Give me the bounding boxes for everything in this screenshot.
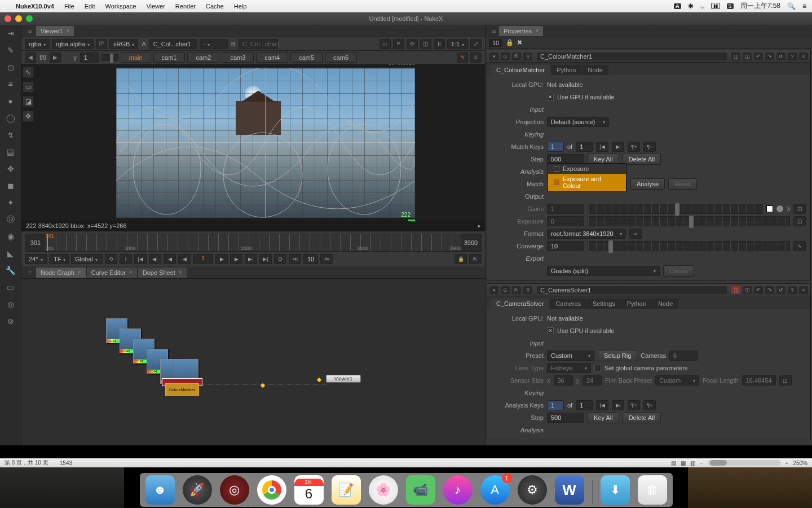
menu-extra-icon[interactable]: ✱	[688, 2, 694, 10]
preset-select[interactable]: Custom	[547, 351, 594, 361]
window-minimize-button[interactable]	[15, 15, 22, 22]
analysiskeys-current-input[interactable]: 1	[547, 400, 564, 410]
tf-select[interactable]: TF	[50, 254, 69, 264]
undo-icon[interactable]: ↶	[754, 286, 763, 294]
tool-cube-icon[interactable]: ◼	[6, 181, 16, 191]
ip-button[interactable]: IP	[96, 39, 107, 49]
layout-icon[interactable]: ▭	[379, 39, 391, 49]
pane-menu-icon[interactable]: ≡	[25, 269, 35, 276]
dock-chrome-icon[interactable]	[257, 475, 286, 505]
settings-icon[interactable]: ⛭	[470, 52, 482, 63]
next-key-button[interactable]: ▶|	[245, 254, 257, 264]
fps-select[interactable]: 24*	[25, 254, 47, 264]
step-input[interactable]: 500	[547, 413, 584, 423]
usegpu-checkbox[interactable]: ✕	[547, 327, 554, 334]
tab-python[interactable]: Python	[621, 299, 652, 309]
dock-facetime-icon[interactable]: 📹	[406, 475, 435, 505]
channels-select[interactable]: rgba	[25, 39, 50, 49]
cam1-tab[interactable]: cam1	[153, 52, 186, 63]
play-back-button[interactable]: ◀	[178, 254, 191, 264]
sensor-y-input[interactable]: 24	[582, 375, 602, 386]
tab-cameras[interactable]: Cameras	[550, 299, 586, 309]
adobe-icon[interactable]: A	[674, 3, 681, 9]
tool-list-icon[interactable]: ≡	[6, 79, 16, 89]
add-key-icon[interactable]: ¶+	[628, 142, 640, 152]
input-a-node-select[interactable]: C_Col...cher1	[149, 39, 197, 49]
clear-icon[interactable]: ✖	[517, 39, 522, 46]
revert-icon[interactable]: ↺	[776, 286, 785, 294]
nodegraph[interactable]: CC41 CC42 CC43 CC44 CC45 Read6030001.jp …	[21, 279, 485, 445]
tool-drive-icon[interactable]: ▭	[6, 282, 16, 292]
analyse-button[interactable]: Analyse	[630, 178, 665, 190]
tool-d-icon[interactable]: Ⓓ	[6, 214, 16, 225]
properties-tab[interactable]: Properties×	[499, 26, 543, 36]
lock-icon[interactable]: 🔒	[454, 254, 467, 264]
cam5-tab[interactable]: cam5	[290, 52, 323, 63]
tool-ring-icon[interactable]: ◯	[6, 113, 16, 123]
record-icon[interactable]: ✎	[457, 52, 468, 63]
tool-fire-icon[interactable]: ◎	[6, 299, 16, 309]
timeline-end-input[interactable]: 3900	[461, 234, 481, 251]
collapse-icon[interactable]: ▾	[489, 286, 498, 294]
center-icon[interactable]: ⊙	[501, 52, 510, 60]
dropdown-option-exposure[interactable]: Exposure	[548, 164, 626, 174]
gains-split-icon[interactable]: ◫	[793, 204, 806, 214]
prev-fstop-button[interactable]: ◀	[25, 52, 36, 63]
dup-icon[interactable]: ◫	[743, 52, 752, 60]
tool-brush-icon[interactable]: ✎	[6, 45, 16, 55]
menubar-clock[interactable]: 周一上午7:58	[740, 1, 780, 11]
menu-render[interactable]: Render	[175, 3, 196, 10]
format-select[interactable]: root.format 3840x1920	[547, 229, 626, 239]
colourmatcher-node[interactable]: ColourMatcher	[165, 383, 199, 396]
tool-import-icon[interactable]: ⇥	[6, 28, 16, 38]
dock-settings-icon[interactable]: ⚙	[518, 475, 547, 505]
page-indicator[interactable]: 第 8 页，共 10 页	[5, 459, 48, 467]
cam4-tab[interactable]: cam4	[256, 52, 288, 63]
close-node-icon[interactable]: ×	[799, 52, 808, 60]
dock-itunes-icon[interactable]: ♪	[443, 475, 473, 505]
stack-icon[interactable]: ≡	[393, 39, 404, 49]
menu-help[interactable]: Help	[234, 3, 247, 10]
input-source-icon[interactable]: S	[727, 3, 734, 9]
pin-icon[interactable]: ⚲	[523, 286, 532, 294]
redo-icon[interactable]: ↷	[765, 286, 774, 294]
exposure-input[interactable]: 0	[547, 216, 584, 226]
dock-calendar-icon[interactable]: 2月6	[294, 475, 324, 505]
dropdown-option-exposure-and-colour[interactable]: Exposure and Colour	[548, 174, 626, 191]
pane-menu-icon[interactable]: ≡	[489, 28, 499, 34]
dock-word-icon[interactable]: W	[555, 475, 584, 505]
keyall-button[interactable]: Key All	[588, 412, 619, 423]
in-point-button[interactable]: I	[120, 254, 132, 264]
tool-move-icon[interactable]: ✥	[6, 164, 16, 174]
close-icon[interactable]: ×	[78, 269, 81, 275]
tab-camerasolver[interactable]: C_CameraSolver	[491, 299, 549, 309]
prev-key-icon[interactable]: |◀	[596, 142, 608, 152]
dock-photos-icon[interactable]: 🌸	[369, 475, 398, 505]
menu-cache[interactable]: Cache	[206, 3, 224, 10]
cam6-tab[interactable]: cam6	[325, 52, 357, 63]
viewer-status-menu-icon[interactable]	[478, 222, 480, 229]
viewer-canvas[interactable]: 3840,1920 222	[21, 64, 485, 221]
zoom-value[interactable]: 250%	[793, 460, 807, 466]
dock-trash-icon[interactable]: 🗑	[638, 475, 667, 505]
tab-node[interactable]: Node	[652, 299, 678, 309]
view-mode-icon[interactable]: ▥	[690, 460, 695, 466]
scope-select[interactable]: Global	[71, 254, 103, 264]
export-timeline-icon[interactable]: ⇱	[469, 254, 482, 264]
add-key-icon[interactable]: ¶+	[628, 400, 640, 410]
close-node-icon[interactable]: ×	[799, 286, 808, 294]
dock-notes-icon[interactable]: 📝	[332, 475, 361, 505]
menu-app-name[interactable]: NukeX10.0v4	[16, 3, 54, 10]
setglobal-checkbox[interactable]	[594, 365, 601, 371]
remove-key-icon[interactable]: ¶−	[643, 400, 656, 410]
menu-file[interactable]: File	[64, 3, 74, 10]
next-key-icon[interactable]: ▶|	[612, 400, 624, 410]
gamma-slider[interactable]	[102, 54, 118, 61]
exposure-slider[interactable]	[588, 216, 790, 226]
cam-main-tab[interactable]: main	[121, 52, 151, 63]
gains-wheel-icon[interactable]	[776, 205, 783, 212]
tool-eye-icon[interactable]: ◉	[6, 231, 16, 242]
matchkeys-current-input[interactable]: 1	[547, 142, 564, 152]
export-select[interactable]: Grades (split)	[547, 266, 660, 276]
window-close-button[interactable]	[5, 15, 11, 22]
